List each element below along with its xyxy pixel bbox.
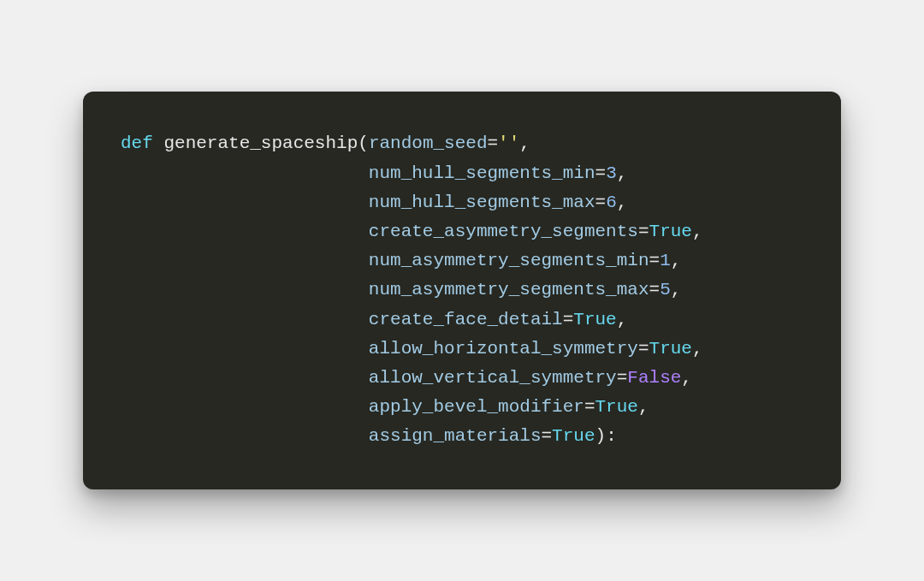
- function-name: generate_spaceship: [163, 133, 358, 153]
- param-value: 1: [660, 251, 671, 270]
- param-name: num_asymmetry_segments_min: [369, 251, 649, 270]
- equals: =: [595, 163, 607, 183]
- equals: =: [584, 397, 595, 417]
- param-name: allow_horizontal_symmetry: [369, 339, 638, 359]
- param-value: 3: [606, 163, 617, 183]
- equals: =: [638, 222, 649, 241]
- comma: ,: [519, 133, 530, 153]
- equals: =: [638, 339, 649, 359]
- equals: =: [649, 280, 660, 299]
- param-value: 5: [660, 280, 671, 299]
- comma: ,: [638, 397, 649, 417]
- param-value: True: [552, 426, 595, 446]
- param-name: random_seed: [369, 133, 488, 153]
- close-paren-colon: ):: [595, 426, 617, 446]
- page-stage: def generate_spaceship(random_seed='', n…: [0, 0, 924, 581]
- param-value: False: [627, 368, 681, 388]
- param-value: True: [649, 339, 692, 359]
- param-name: allow_vertical_symmetry: [369, 368, 617, 388]
- comma: ,: [617, 163, 628, 183]
- open-paren: (: [358, 133, 369, 153]
- equals: =: [617, 368, 628, 388]
- param-name: apply_bevel_modifier: [369, 397, 584, 417]
- comma: ,: [671, 280, 682, 299]
- comma: ,: [692, 339, 703, 359]
- param-name: num_hull_segments_min: [369, 163, 595, 183]
- equals: =: [595, 193, 607, 212]
- param-name: create_face_detail: [369, 310, 563, 329]
- equals: =: [649, 251, 660, 270]
- code-card: def generate_spaceship(random_seed='', n…: [83, 92, 841, 489]
- comma: ,: [681, 368, 692, 388]
- equals: =: [563, 310, 574, 329]
- param-value: True: [595, 397, 638, 417]
- equals: =: [542, 426, 553, 446]
- equals: =: [488, 133, 499, 153]
- param-value: 6: [606, 193, 617, 212]
- comma: ,: [671, 251, 682, 270]
- param-value: True: [649, 222, 692, 241]
- param-value: '': [498, 133, 519, 153]
- comma: ,: [617, 193, 628, 212]
- comma: ,: [617, 310, 628, 329]
- param-name: num_hull_segments_max: [369, 193, 595, 212]
- param-value: True: [573, 310, 616, 329]
- param-name: num_asymmetry_segments_max: [369, 280, 649, 299]
- keyword-def: def: [121, 133, 153, 153]
- code-block: def generate_spaceship(random_seed='', n…: [121, 129, 815, 451]
- comma: ,: [692, 222, 703, 241]
- param-name: create_asymmetry_segments: [369, 222, 638, 241]
- param-name: assign_materials: [369, 426, 542, 446]
